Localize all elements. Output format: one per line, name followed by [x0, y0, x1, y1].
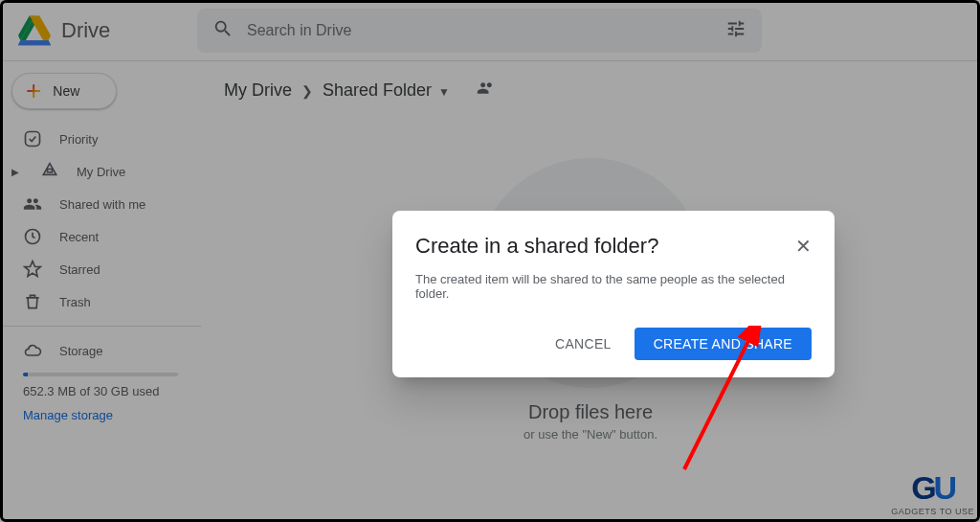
dialog-body-text: The created item will be shared to the s… [415, 272, 812, 301]
create-shared-dialog: Create in a shared folder? ✕ The created… [392, 211, 835, 377]
dialog-actions: CANCEL CREATE AND SHARE [415, 328, 812, 360]
close-icon[interactable]: ✕ [795, 237, 812, 256]
dialog-title: Create in a shared folder? [415, 234, 658, 259]
create-and-share-button[interactable]: CREATE AND SHARE [635, 328, 812, 360]
cancel-button[interactable]: CANCEL [540, 328, 627, 360]
dialog-header: Create in a shared folder? ✕ [415, 234, 812, 259]
